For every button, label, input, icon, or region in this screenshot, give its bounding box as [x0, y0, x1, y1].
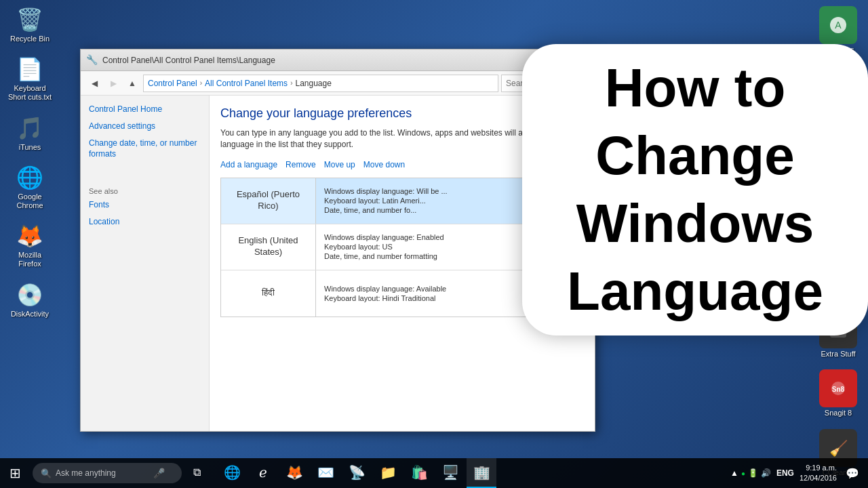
itunes-label: iTunes: [19, 143, 41, 152]
overlay-line-1: How to: [591, 54, 800, 122]
keyboard-shortcuts-icon: 📄: [16, 56, 43, 83]
window-icon: 🔧: [86, 54, 98, 66]
keyboard-shortcuts-label: KeyboardShort cuts.txt: [8, 84, 52, 102]
battery-icon: 🔋: [748, 468, 758, 478]
clock-time: 9:19 a.m.: [800, 463, 837, 473]
extra-stuff-label: Extra Stuff: [821, 350, 855, 359]
sidebar-fonts-link[interactable]: Fonts: [89, 199, 201, 211]
sidebar-location-link[interactable]: Location: [89, 216, 201, 228]
start-button[interactable]: ⊞: [0, 458, 30, 488]
taskbar-right: ▲ ● 🔋 🔊 ENG 9:19 a.m. 12/04/2016 💬: [730, 458, 868, 488]
overlay-line-2: Change: [582, 122, 808, 190]
lang-detail-english-1: Keyboard layout: US: [324, 243, 521, 251]
desktop: 🗑️ Recycle Bin 📄 KeyboardShort cuts.txt …: [0, 0, 868, 488]
breadcrumb-language: Language: [295, 79, 331, 88]
taskbar-messenger-button[interactable]: ✉️: [311, 458, 340, 488]
breadcrumb-control-panel[interactable]: Control Panel: [148, 79, 197, 88]
overlay-line-3: Windows: [563, 190, 827, 258]
content-area: Control Panel Home Advanced settings Cha…: [81, 96, 595, 431]
desktop-icon-google-chrome[interactable]: 🌐 GoogleChrome: [3, 161, 57, 213]
add-language-button[interactable]: Add a language: [220, 160, 277, 169]
desktop-icon-disk-activity[interactable]: 💿 DiskActivity: [3, 279, 57, 321]
desktop-icon-snagit8[interactable]: Sn8 Snagit 8: [811, 367, 865, 420]
window-titlebar: 🔧 Control Panel\All Control Panel Items\…: [81, 49, 595, 71]
desktop-icon-mozilla-firefox[interactable]: 🦊 MozillaFirefox: [3, 220, 57, 271]
lang-details-hindi: Windows display language: Available Keyb…: [316, 270, 529, 317]
desktop-icon-keyboard-shortcuts[interactable]: 📄 KeyboardShort cuts.txt: [3, 53, 57, 104]
taskbar-firefox-button[interactable]: 🦊: [279, 458, 309, 488]
itunes-icon: 🎵: [16, 115, 43, 142]
overlay-line-4: Language: [553, 258, 837, 325]
disk-activity-label: DiskActivity: [11, 310, 49, 319]
svg-text:Sn8: Sn8: [832, 386, 845, 393]
notification-button[interactable]: 💬: [842, 458, 863, 488]
move-down-button[interactable]: Move down: [363, 160, 405, 169]
taskbar: ⊞ 🔍 🎤 ⧉ 🌐 ℯ 🦊 ✉️ 📡 📁 🛍️ 🖥️ 🏢 ▲ ● 🔋: [0, 458, 868, 488]
navigation-bar: ◀ ▶ ▲ Control Panel › All Control Panel …: [81, 71, 595, 96]
sidebar-advanced-settings-link[interactable]: Advanced settings: [89, 121, 201, 132]
lang-name-col-hindi: हिंदी: [221, 270, 316, 317]
lang-name-spanish: Español (Puerto Rico): [226, 189, 310, 212]
lang-detail-hindi-0: Windows display language: Available: [324, 285, 521, 293]
lang-details-english: Windows display language: Enabled Keyboa…: [316, 224, 529, 270]
language-indicator[interactable]: ENG: [776, 468, 794, 478]
snagit-label: Snagit 8: [825, 409, 852, 418]
lang-detail-spanish-2: Date, time, and number fo...: [324, 206, 521, 214]
taskbar-network-button[interactable]: 📡: [342, 458, 372, 488]
control-panel-window: 🔧 Control Panel\All Control Panel Items\…: [80, 49, 595, 432]
auslogics1-icon: A: [819, 6, 857, 44]
lang-detail-english-0: Windows display language: Enabled: [324, 233, 521, 241]
taskbar-ie-button[interactable]: ℯ: [248, 458, 278, 488]
window-title: Control Panel\All Control Panel Items\La…: [102, 56, 534, 65]
desktop-icon-itunes[interactable]: 🎵 iTunes: [3, 112, 57, 155]
disk-activity-icon: 💿: [16, 281, 43, 308]
lang-details-spanish: Windows display language: Will be ... Ke…: [316, 178, 529, 224]
firefox-label: MozillaFirefox: [18, 251, 41, 268]
recycle-bin-label: Recycle Bin: [10, 35, 50, 43]
breadcrumb-all-items[interactable]: All Control Panel Items: [205, 79, 288, 88]
firefox-icon: 🦊: [16, 222, 43, 249]
network-status-dot: ●: [741, 470, 745, 477]
taskbar-apps: 🌐 ℯ 🦊 ✉️ 📡 📁 🛍️ 🖥️ 🏢: [217, 458, 496, 488]
taskbar-edge-button[interactable]: 🌐: [217, 458, 247, 488]
taskview-button[interactable]: ⧉: [182, 458, 212, 488]
taskbar-time: 9:19 a.m. 12/04/2016: [800, 463, 837, 484]
svg-text:🧹: 🧹: [829, 439, 848, 458]
speaker-icon: 🔊: [761, 468, 771, 478]
recycle-bin-icon: 🗑️: [16, 6, 43, 33]
breadcrumb: Control Panel › All Control Panel Items …: [143, 75, 498, 92]
system-tray: ▲ ● 🔋 🔊: [730, 468, 771, 478]
remove-language-button[interactable]: Remove: [285, 160, 316, 169]
clock-date: 12/04/2016: [800, 473, 837, 483]
chrome-icon: 🌐: [16, 164, 43, 191]
taskbar-active-button[interactable]: 🏢: [467, 458, 496, 488]
overlay-text-box: How to Change Windows Language: [522, 44, 868, 336]
lang-name-col-english: English (United States): [221, 224, 316, 270]
back-button[interactable]: ◀: [86, 75, 102, 92]
lang-name-english: English (United States): [226, 235, 310, 258]
sidebar-date-time-link[interactable]: Change date, time, or number formats: [89, 138, 201, 161]
lang-detail-hindi-1: Keyboard layout: Hindi Traditional: [324, 294, 521, 302]
taskbar-files-button[interactable]: 📁: [373, 458, 403, 488]
desktop-icon-recycle-bin[interactable]: 🗑️ Recycle Bin: [3, 3, 57, 46]
chrome-label: GoogleChrome: [16, 192, 43, 210]
microphone-icon: 🎤: [153, 468, 165, 479]
see-also-label: See also: [89, 187, 201, 195]
lang-detail-spanish-1: Keyboard layout: Latin Ameri...: [324, 197, 521, 205]
lang-detail-english-2: Date, time, and number formatting: [324, 252, 521, 260]
lang-name-hindi: हिंदी: [262, 287, 275, 299]
taskbar-store-button[interactable]: 🛍️: [404, 458, 434, 488]
sidebar: Control Panel Home Advanced settings Cha…: [81, 96, 210, 431]
chevron-up-icon[interactable]: ▲: [730, 468, 738, 478]
taskbar-pc-button[interactable]: 🖥️: [435, 458, 465, 488]
up-button[interactable]: ▲: [124, 75, 140, 92]
sidebar-home-link[interactable]: Control Panel Home: [89, 104, 201, 115]
snagit-icon: Sn8: [819, 369, 857, 407]
search-icon: 🔍: [41, 468, 52, 479]
taskbar-search-input[interactable]: [56, 468, 151, 478]
taskbar-search-box[interactable]: 🔍 🎤: [33, 463, 182, 483]
forward-button[interactable]: ▶: [105, 75, 121, 92]
lang-name-col-spanish: Español (Puerto Rico): [221, 178, 316, 224]
move-up-button[interactable]: Move up: [324, 160, 355, 169]
svg-text:A: A: [835, 20, 842, 30]
